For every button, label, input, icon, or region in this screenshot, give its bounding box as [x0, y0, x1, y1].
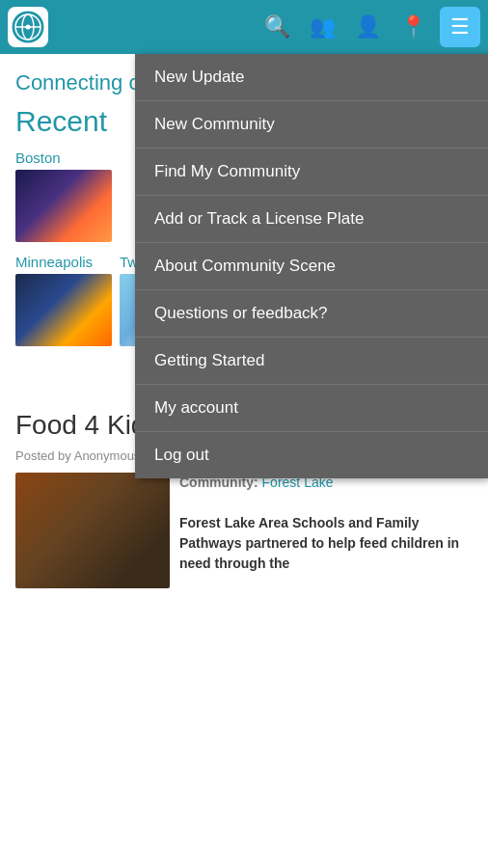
location-icon[interactable]: 📍 [394, 9, 432, 45]
dropdown-item-new-update[interactable]: New Update [135, 54, 488, 101]
city-name-boston: Boston [15, 149, 61, 166]
app-header: 🔍 👥 👤 📍 ☰ [0, 0, 488, 54]
post-description: Forest Lake Area Schools and Family Path… [179, 515, 459, 571]
post-text: Community: Forest Lake Forest Lake Area … [179, 473, 473, 588]
dropdown-item-new-community[interactable]: New Community [135, 101, 488, 149]
city-boston[interactable]: Boston [15, 149, 112, 242]
dropdown-item-about-community-scene[interactable]: About Community Scene [135, 243, 488, 290]
city-name-minneapolis: Minneapolis [15, 254, 93, 270]
dropdown-menu: New UpdateNew CommunityFind My Community… [135, 54, 488, 478]
menu-button[interactable]: ☰ [440, 7, 480, 47]
search-icon[interactable]: 🔍 [258, 9, 296, 45]
add-people-icon[interactable]: 👥 [304, 9, 341, 45]
dropdown-item-find-my-community[interactable]: Find My Community [135, 149, 488, 196]
dropdown-item-getting-started[interactable]: Getting Started [135, 338, 488, 385]
dropdown-item-my-account[interactable]: My account [135, 385, 488, 432]
post-body: Community: Forest Lake Forest Lake Area … [15, 473, 473, 588]
city-img-boston [15, 170, 112, 242]
post-image [15, 473, 170, 588]
dropdown-item-questions-feedback[interactable]: Questions or feedback? [135, 290, 488, 338]
dropdown-item-log-out[interactable]: Log out [135, 432, 488, 478]
city-minneapolis[interactable]: Minneapolis [15, 254, 112, 346]
city-img-minneapolis [15, 274, 112, 346]
svg-point-4 [26, 25, 31, 30]
app-logo[interactable] [8, 7, 48, 47]
profile-icon[interactable]: 👤 [349, 9, 387, 45]
dropdown-item-add-track-license[interactable]: Add or Track a License Plate [135, 196, 488, 243]
